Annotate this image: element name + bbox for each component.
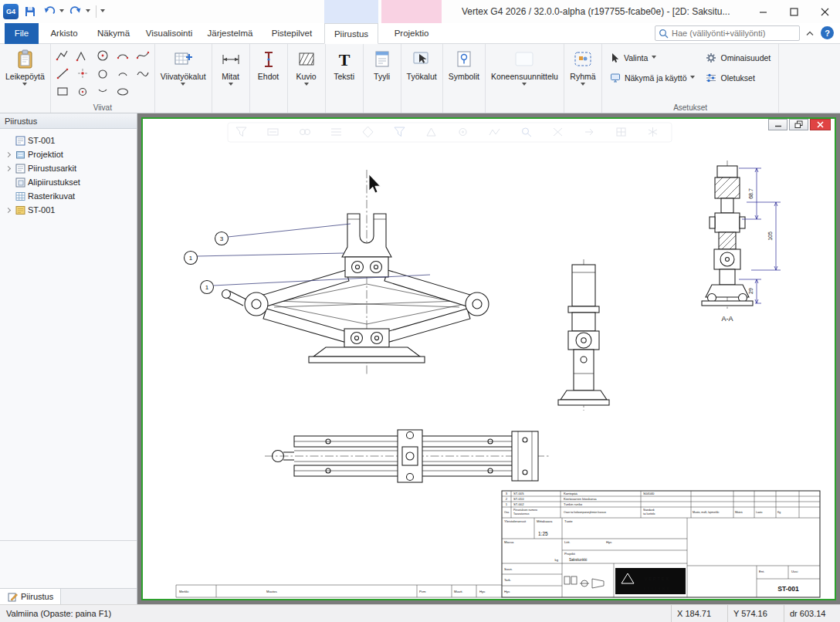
tab-visualisointi[interactable]: Visualisointi bbox=[141, 23, 198, 44]
tab-file[interactable]: File bbox=[5, 23, 39, 44]
tree-item-st001-sheet[interactable]: ST-001 bbox=[0, 134, 137, 147]
svg-text:Tavaratunnus: Tavaratunnus bbox=[513, 512, 530, 516]
tools-window-icon bbox=[410, 48, 433, 71]
contextual-tab-highlight-projektio bbox=[381, 0, 442, 23]
window-title: Vertex G4 2026 / 32.0.0-alpha (r197755-f… bbox=[462, 0, 730, 23]
save-button[interactable] bbox=[22, 3, 38, 20]
toolbar-separator bbox=[96, 5, 97, 18]
svg-text:105: 105 bbox=[767, 232, 773, 241]
teksti-button[interactable]: T Teksti bbox=[327, 46, 361, 101]
nakyma-ja-kaytto-button[interactable]: Näkymä ja käyttö bbox=[610, 73, 696, 83]
point-tool-button[interactable] bbox=[73, 64, 93, 82]
koneensuunnittelu-button[interactable]: Koneensuunnittelu bbox=[487, 46, 562, 101]
search-input[interactable] bbox=[672, 29, 796, 38]
redo-caret-icon[interactable] bbox=[86, 9, 90, 15]
svg-text:Liitt.: Liitt. bbox=[564, 540, 571, 544]
tree-item-rasterikuvat[interactable]: Rasterikuvat bbox=[0, 189, 137, 203]
help-button[interactable]: ? bbox=[821, 26, 834, 39]
hatch-icon bbox=[295, 48, 318, 71]
dropdown-caret-icon bbox=[652, 56, 656, 61]
close-button[interactable] bbox=[809, 0, 840, 23]
tab-projektio[interactable]: Projektio bbox=[381, 23, 442, 44]
rectangle-tool-button[interactable] bbox=[52, 82, 73, 100]
panel-divider bbox=[0, 540, 137, 541]
tree-item-alipiirustukset[interactable]: Alipiirustukset bbox=[0, 175, 137, 189]
spline-tool-button[interactable] bbox=[133, 46, 153, 64]
wave-tool-button[interactable] bbox=[133, 64, 153, 82]
arc-tool-button[interactable] bbox=[113, 46, 133, 64]
svg-text:Pvm: Pvm bbox=[419, 590, 426, 593]
mitat-button[interactable]: Mitat bbox=[214, 46, 248, 101]
tree-item-piirustusarkit[interactable]: Piirustusarkit bbox=[0, 161, 137, 175]
viivatyokalut-button[interactable]: Viivatyökalut bbox=[157, 46, 210, 101]
tab-jarjestelma[interactable]: Järjestelmä bbox=[201, 23, 259, 44]
svg-text:Merkki: Merkki bbox=[179, 590, 188, 593]
expand-chevron-icon[interactable] bbox=[4, 164, 12, 173]
machine-design-icon bbox=[513, 48, 536, 71]
svg-text:Projekti: Projekti bbox=[564, 552, 575, 556]
polyline-tool-button[interactable] bbox=[52, 46, 73, 64]
tyokalut-button[interactable]: Työkalut bbox=[403, 46, 441, 101]
svg-text:Kiertovarren liitoskorva: Kiertovarren liitoskorva bbox=[564, 497, 597, 501]
tyyli-button[interactable]: Tyyli bbox=[365, 46, 399, 101]
ribbon-group-ryhma: Ryhmä bbox=[564, 44, 602, 113]
title-block: 3 ST-005 Kantopää S04040 2 ST-010 Kierto… bbox=[176, 491, 820, 597]
redo-button[interactable] bbox=[68, 3, 83, 20]
svg-text:Ent.: Ent. bbox=[759, 570, 764, 573]
customize-toolbar-caret-icon[interactable] bbox=[100, 9, 105, 15]
mdi-restore-button[interactable] bbox=[789, 119, 808, 130]
ribbon-group-leikepoyta: Leikepöytä bbox=[0, 44, 51, 113]
drawing-sheet-icon bbox=[15, 135, 25, 146]
bottom-tab-piirustus[interactable]: Piirustus bbox=[0, 589, 61, 604]
search-box[interactable] bbox=[655, 25, 800, 41]
mdi-close-button[interactable] bbox=[810, 119, 831, 130]
undo-icon bbox=[43, 5, 56, 18]
line-tool-button[interactable] bbox=[52, 64, 73, 82]
sliders-icon bbox=[706, 73, 716, 83]
ominaisuudet-button[interactable]: Ominaisuudet bbox=[706, 52, 771, 63]
maximize-button[interactable] bbox=[778, 0, 809, 23]
tab-pistepilvet[interactable]: Pistepilvet bbox=[262, 23, 321, 44]
valinta-button[interactable]: Valinta bbox=[610, 52, 696, 63]
drawing-canvas[interactable]: 3 1 1 bbox=[143, 119, 835, 599]
circle-dot-tool-button[interactable] bbox=[73, 82, 93, 100]
arc-3point-tool-button[interactable] bbox=[113, 64, 133, 82]
ribbon-group-mitat: Mitat bbox=[212, 44, 250, 113]
ribbon-group-tyokalut: Työkalut bbox=[401, 44, 443, 113]
side-view bbox=[558, 259, 609, 411]
undo-button[interactable] bbox=[42, 3, 57, 20]
line-tools-table-icon bbox=[171, 48, 195, 71]
monitor-icon bbox=[610, 73, 621, 83]
svg-text:Piirustuksen numero: Piirustuksen numero bbox=[513, 509, 537, 512]
ribbon-group-koneensuunnittelu: Koneensuunnittelu bbox=[486, 44, 564, 113]
ryhma-button[interactable]: Ryhmä bbox=[566, 46, 600, 101]
tree-item-st001-assembly[interactable]: ST-001 bbox=[0, 203, 137, 217]
svg-text:68.7: 68.7 bbox=[748, 188, 754, 199]
symbolit-button[interactable]: Symbolit bbox=[445, 46, 483, 101]
expand-chevron-icon[interactable] bbox=[4, 206, 12, 215]
ellipse-tool-button[interactable] bbox=[113, 82, 133, 100]
ehdot-button[interactable]: Ehdot bbox=[252, 46, 286, 101]
tree-item-projektiot[interactable]: Projektiot bbox=[0, 147, 137, 161]
arc-down-tool-button[interactable] bbox=[93, 82, 113, 100]
leikepoyta-button[interactable]: Leikepöytä bbox=[2, 46, 49, 101]
mdi-minimize-button[interactable] bbox=[768, 119, 788, 130]
tab-arkisto[interactable]: Arkisto bbox=[42, 23, 86, 44]
tab-nakyma[interactable]: Näkymä bbox=[90, 23, 137, 44]
svg-text:29: 29 bbox=[748, 288, 754, 294]
circle-tool-button[interactable] bbox=[93, 64, 113, 82]
minimize-button[interactable] bbox=[747, 0, 778, 23]
expand-chevron-icon[interactable] bbox=[4, 150, 12, 159]
clipboard-icon bbox=[13, 48, 36, 71]
tab-piirustus[interactable]: Piirustus bbox=[324, 23, 378, 44]
undo-caret-icon[interactable] bbox=[59, 9, 64, 15]
group-icon bbox=[571, 48, 594, 71]
circle-center-tool-button[interactable] bbox=[93, 46, 113, 64]
redo-icon bbox=[69, 5, 82, 18]
svg-text:Mittakaava: Mittakaava bbox=[537, 519, 553, 523]
app-logo[interactable]: G4 bbox=[3, 4, 19, 19]
collapse-ribbon-button[interactable] bbox=[803, 27, 817, 39]
zigzag-line-tool-button[interactable] bbox=[73, 46, 93, 64]
oletukset-button[interactable]: Oletukset bbox=[706, 73, 771, 83]
kuvio-button[interactable]: Kuvio bbox=[290, 46, 323, 101]
